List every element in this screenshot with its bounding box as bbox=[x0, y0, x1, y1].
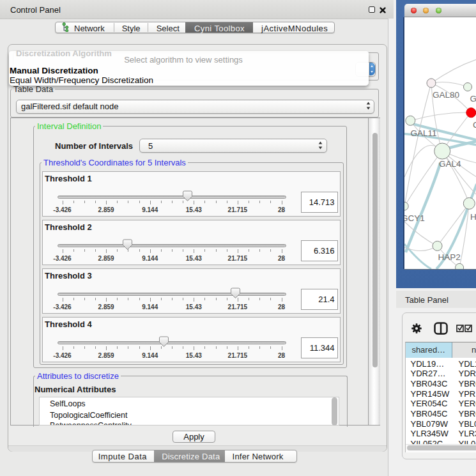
svg-text:GCY1: GCY1 bbox=[404, 213, 425, 223]
svg-text:GAL11: GAL11 bbox=[410, 128, 436, 138]
svg-text:GAL80: GAL80 bbox=[433, 90, 459, 100]
svg-text:C: C bbox=[473, 120, 476, 130]
svg-text:GAL4: GAL4 bbox=[439, 159, 461, 169]
svg-text:G: G bbox=[470, 94, 476, 104]
svg-text:H: H bbox=[470, 212, 476, 222]
svg-text:HAP2: HAP2 bbox=[438, 252, 460, 262]
